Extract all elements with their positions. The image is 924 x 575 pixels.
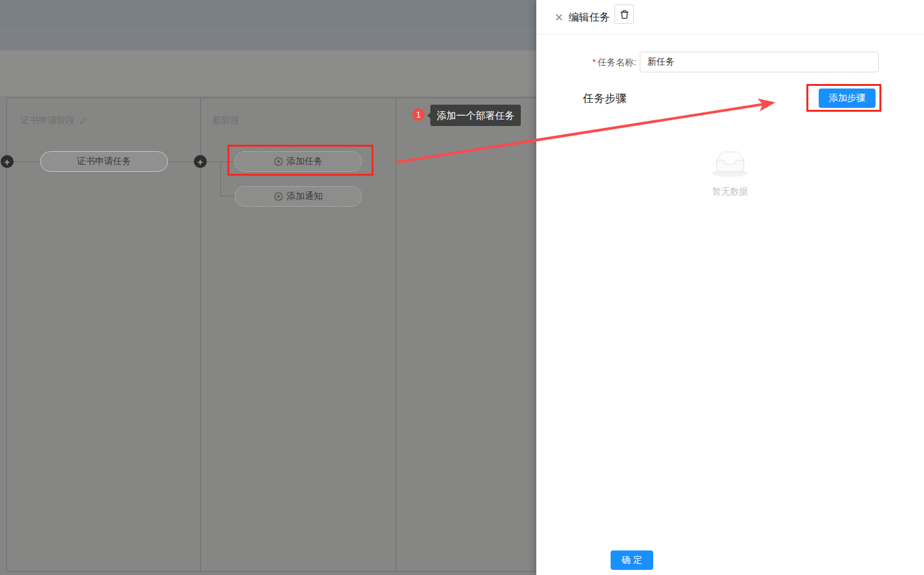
stage-column-3 (395, 98, 540, 572)
plus-icon: + (198, 157, 204, 167)
task-name-label-text: 任务名称: (598, 57, 636, 67)
delete-task-button[interactable] (614, 5, 634, 24)
stage1-title[interactable]: 证书申请阶段 (21, 115, 87, 127)
add-stage-left-button[interactable]: + (1, 155, 14, 168)
step-number-text: 1 (416, 110, 421, 120)
connector-branch-vertical (220, 162, 221, 196)
stage1-title-label: 证书申请阶段 (21, 115, 75, 127)
connector-branch-horizontal (220, 196, 235, 196)
add-notify-label: 添加通知 (287, 191, 323, 202)
edit-pencil-icon[interactable] (79, 117, 87, 125)
task-pill-certificate[interactable]: 证书申请任务 (40, 151, 168, 172)
task-name-label: *任务名称: (536, 52, 636, 72)
dimmed-top-header (0, 0, 536, 26)
app-screen: 证书申请阶段 新阶段 证书申请任务 添加任务 (0, 0, 924, 575)
add-step-button[interactable]: 添加步骤 (819, 89, 876, 108)
empty-state: 暂无数据 (536, 149, 924, 198)
step-number-badge: 1 (412, 109, 425, 121)
close-glyph: ✕ (554, 11, 563, 25)
stage2-title[interactable]: 新阶段 (213, 115, 240, 127)
task-steps-title: 任务步骤 (583, 91, 627, 106)
task-pill-certificate-label: 证书申请任务 (77, 156, 131, 167)
close-icon[interactable]: ✕ (552, 7, 565, 28)
dimmed-sub-header (0, 26, 536, 50)
dimmed-toolbar (0, 50, 536, 96)
tooltip-text: 添加一个部署任务 (437, 110, 514, 121)
add-task-label: 添加任务 (287, 156, 323, 167)
add-notify-button[interactable]: 添加通知 (235, 186, 362, 207)
add-stage-middle-button[interactable]: + (194, 155, 207, 168)
circle-plus-icon (274, 157, 283, 166)
trash-icon (620, 10, 629, 19)
add-task-button[interactable]: 添加任务 (235, 151, 362, 172)
required-asterisk: * (593, 57, 596, 67)
tooltip-caret (427, 112, 431, 119)
stage2-title-label: 新阶段 (213, 115, 240, 127)
empty-state-text: 暂无数据 (536, 186, 924, 198)
pipeline-canvas: 证书申请阶段 新阶段 证书申请任务 添加任务 (0, 96, 536, 575)
annotation-tooltip: 添加一个部署任务 (430, 105, 521, 126)
edit-task-drawer: ✕ 编辑任务 *任务名称: 任务步骤 添加步骤 暂无数据 (536, 0, 924, 575)
task-name-input[interactable] (640, 52, 879, 72)
confirm-button[interactable]: 确 定 (611, 550, 653, 570)
empty-box-icon (709, 149, 751, 178)
circle-plus-icon (274, 192, 283, 201)
drawer-header: ✕ 编辑任务 (536, 0, 924, 35)
plus-icon: + (5, 157, 10, 167)
drawer-title: 编辑任务 (569, 8, 610, 27)
